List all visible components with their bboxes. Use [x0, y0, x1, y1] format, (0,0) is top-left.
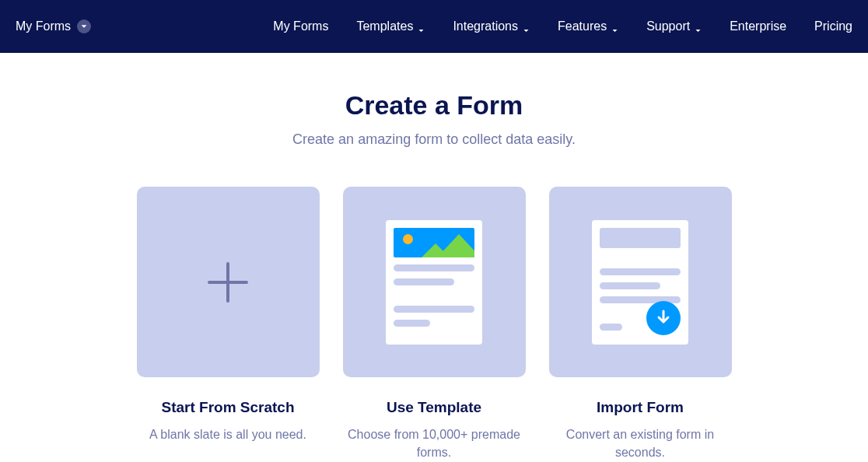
nav-item-pricing[interactable]: Pricing — [814, 19, 852, 33]
chevron-down-icon — [611, 23, 618, 30]
text-line-placeholder — [394, 264, 474, 271]
mountain-icon — [422, 243, 450, 257]
nav-label: Support — [646, 19, 690, 33]
current-page-dropdown[interactable]: My Forms — [16, 19, 91, 33]
download-arrow-icon — [646, 301, 681, 335]
card-wrapper-template: Use Template Choose from 10,000+ premade… — [343, 187, 526, 461]
sun-icon — [403, 234, 413, 244]
text-line-placeholder — [394, 278, 454, 285]
nav-label: Integrations — [453, 19, 518, 33]
header-placeholder — [600, 228, 681, 248]
card-import-form[interactable] — [549, 187, 732, 377]
navbar-left: My Forms — [16, 19, 91, 33]
nav-item-features[interactable]: Features — [558, 19, 618, 33]
cards-container: Start From Scratch A blank slate is all … — [0, 187, 868, 461]
text-line-placeholder — [600, 282, 660, 289]
top-navbar: My Forms My Forms Templates Integrations… — [0, 0, 868, 53]
navbar-right: My Forms Templates Integrations Features… — [273, 19, 852, 33]
card-title: Use Template — [387, 399, 481, 416]
nav-item-my-forms[interactable]: My Forms — [273, 19, 328, 33]
chevron-down-icon — [695, 23, 702, 30]
nav-item-enterprise[interactable]: Enterprise — [730, 19, 786, 33]
page-subtitle: Create an amazing form to collect data e… — [0, 131, 868, 148]
main-content: Create a Form Create an amazing form to … — [0, 53, 868, 461]
nav-item-templates[interactable]: Templates — [356, 19, 425, 33]
nav-label: Pricing — [814, 19, 852, 33]
nav-item-support[interactable]: Support — [646, 19, 702, 33]
nav-label: Templates — [356, 19, 413, 33]
text-line-placeholder — [394, 306, 474, 313]
page-title: Create a Form — [0, 90, 868, 121]
text-line-placeholder — [600, 324, 622, 331]
card-start-from-scratch[interactable] — [137, 187, 320, 377]
card-title: Import Form — [597, 399, 684, 416]
nav-label: Features — [558, 19, 607, 33]
card-wrapper-import: Import Form Convert an existing form in … — [549, 187, 732, 461]
card-title: Start From Scratch — [161, 399, 294, 416]
text-line-placeholder — [394, 320, 430, 327]
chevron-down-icon — [418, 23, 425, 30]
card-wrapper-scratch: Start From Scratch A blank slate is all … — [137, 187, 320, 461]
template-document-icon — [386, 220, 482, 345]
nav-label: My Forms — [273, 19, 328, 33]
chevron-down-circle-icon — [77, 19, 91, 33]
nav-label: Enterprise — [730, 19, 786, 33]
chevron-down-icon — [523, 23, 530, 30]
card-use-template[interactable] — [343, 187, 526, 377]
nav-item-integrations[interactable]: Integrations — [453, 19, 530, 33]
card-description: Choose from 10,000+ premade forms. — [343, 425, 526, 461]
card-description: A blank slate is all you need. — [146, 425, 310, 443]
current-page-label: My Forms — [16, 19, 71, 33]
text-line-placeholder — [600, 268, 681, 275]
image-placeholder-icon — [394, 228, 474, 257]
plus-icon — [208, 262, 248, 303]
import-document-icon — [592, 220, 688, 345]
card-description: Convert an existing form in seconds. — [549, 425, 732, 461]
